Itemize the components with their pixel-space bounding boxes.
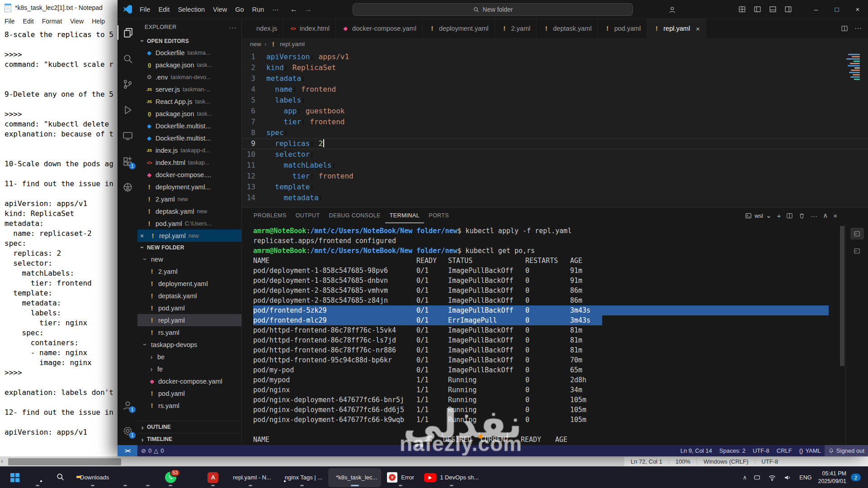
kill-terminal-icon[interactable] [798,212,805,219]
activity-extensions[interactable]: 1 [118,151,137,171]
open-editor-item[interactable]: !pod.yamlC:\Users... [137,217,241,230]
open-editor-item[interactable]: {}package.jsontask... [137,59,241,71]
tab-repl-yaml[interactable]: !repl.yaml× [647,19,707,38]
open-editor-item[interactable]: !deptask.yamlnew [137,205,241,217]
taskbar-clock[interactable]: 05:41 PM2025/09/01 [818,470,846,485]
panel-tab-debug-console[interactable]: DEBUG CONSOLE [324,208,385,223]
open-editor-item[interactable]: !deployment.yaml... [137,181,241,193]
menu-selection[interactable]: Selection [174,3,209,16]
notification-count-badge[interactable]: 2 [851,474,861,481]
editor-more-icon[interactable]: ··· [854,24,862,33]
close-panel-icon[interactable]: × [833,212,837,220]
explorer-item-be[interactable]: ›be [137,351,241,363]
open-editor-item[interactable]: JSserver.jstaskman-... [137,83,241,95]
code-line[interactable]: 14 metadata: [242,192,868,203]
open-editor-item[interactable]: ◆Dockerfile.multist... [137,132,241,144]
explorer-item-rs.yaml[interactable]: !rs.yaml [137,326,241,338]
volume-icon[interactable] [782,474,793,482]
explorer-item-2.yaml[interactable]: !2.yaml [137,265,241,277]
taskbar-whatsapp-button[interactable]: 53 [160,468,181,487]
menu-edit[interactable]: Edit [154,3,174,16]
eol-sequence[interactable]: CRLF [773,445,796,456]
breadcrumb[interactable]: new › ! repl.yaml [242,38,868,50]
notepad-hscrollbar[interactable]: ‹ [0,457,624,467]
explorer-item-pod.yaml[interactable]: !pod.yaml [137,387,241,399]
taskbar-acrobat-button[interactable]: A [203,468,223,487]
remote-wsl-indicator[interactable]: >< [118,445,137,456]
activity-source-control[interactable] [118,74,137,94]
tab-pod-yaml[interactable]: !pod.yaml [598,19,647,38]
indentation[interactable]: Spaces: 2 [716,445,749,456]
menu-go[interactable]: Go [231,3,248,16]
breadcrumb-folder[interactable]: new [250,41,261,47]
split-terminal-icon[interactable] [786,212,793,219]
explorer-item-pod.yaml[interactable]: !pod.yaml [137,302,241,314]
terminal-instance-icon[interactable] [850,228,864,239]
open-editor-item[interactable]: ◆Dockerfiletaskma... [137,47,241,59]
terminal-scrollbar[interactable] [840,226,844,366]
panel-tab-problems[interactable]: PROBLEMS [249,208,291,223]
code-line[interactable]: 13 template: [242,182,868,192]
open-editor-item[interactable]: !2.yamlnew [137,193,241,205]
explorer-item-rs.yaml[interactable]: !rs.yaml [137,399,241,412]
code-editor[interactable]: 1apiVersion: apps/v12kind: ReplicaSet3me… [242,50,868,207]
close-icon[interactable]: × [140,232,146,239]
tab-2-yaml[interactable]: !2.yaml [495,19,537,38]
explorer-item-new[interactable]: ›new [137,253,241,265]
forward-icon[interactable]: → [304,5,312,14]
open-editor-item[interactable]: ◆Dockerfile.multist... [137,120,241,132]
code-line[interactable]: 4 name: frontend [242,84,868,95]
code-line[interactable]: 6 app: guestbook [242,106,868,117]
chevron-down-icon[interactable]: ⌄ [766,211,772,220]
account-status[interactable]: Signed out [825,445,868,456]
explorer-item-taskapp-devops[interactable]: ›taskapp-devops [137,338,241,351]
code-line[interactable]: 12 tier: frontend [242,171,868,182]
command-center-search[interactable]: New folder [353,3,633,16]
encoding[interactable]: UTF-8 [749,445,773,456]
timeline-section[interactable]: › TIMELINE [137,433,241,445]
open-editor-item[interactable]: ⚙.envtaskman-devo... [137,71,241,83]
wifi-icon[interactable] [767,474,778,482]
toggle-secondary-sidebar-icon[interactable] [780,3,796,16]
language-mode[interactable]: {} YAML [796,445,825,456]
tab-ndex-js[interactable]: ndex.js [242,19,283,38]
menu-more[interactable]: ··· [268,3,283,16]
tab-deployment-yaml[interactable]: !deployment.yaml [423,19,495,38]
new-terminal-icon[interactable]: + [777,212,781,220]
terminal-profile[interactable]: wsl ⌄ [745,211,771,220]
outline-section[interactable]: › OUTLINE [137,421,241,433]
explorer-more-icon[interactable]: ··· [229,23,237,31]
activity-remote-explorer[interactable] [118,126,137,145]
activity-explorer[interactable] [118,23,137,42]
notepad-menu-help[interactable]: Help [92,18,105,25]
open-editor-item[interactable]: JSReact App.jstask... [137,95,241,108]
taskbar-explorer-folder-window[interactable]: Downloads [72,468,113,487]
panel-tab-terminal[interactable]: TERMINAL [385,208,424,223]
explorer-item-deptask.yaml[interactable]: !deptask.yaml [137,290,241,302]
minimap[interactable] [836,54,860,80]
problems-indicator[interactable]: ⊘ 0 △ 0 [137,445,167,456]
code-line[interactable]: 1apiVersion: apps/v1 [242,52,868,62]
terminal-instance-icon[interactable] [850,245,864,257]
taskbar-vscode-window[interactable]: repl.yaml - N... [225,468,275,487]
explorer-item-docker-compose.yaml[interactable]: ◆docker-compose.yaml [137,375,241,387]
open-editor-item[interactable]: ×!repl.yamlnew [137,230,241,242]
breadcrumb-file[interactable]: repl.yaml [280,41,305,47]
taskbar-edge-button[interactable] [115,468,136,487]
hidden-icons-chevron[interactable]: ∧ [743,474,747,481]
device-icon[interactable] [751,474,762,481]
tab-docker-compose-yaml[interactable]: ◆docker-compose.yaml [336,19,423,38]
code-line[interactable]: 3metadata: [242,73,868,84]
taskbar-start-button[interactable] [5,468,25,487]
tab-index-html[interactable]: <>index.html [283,19,336,38]
tab-deptask-yaml[interactable]: !deptask.yaml [537,19,598,38]
explorer-item-deployment.yaml[interactable]: !deployment.yaml [137,277,241,290]
code-line[interactable]: 7 tier: frontend [242,117,868,127]
activity-settings[interactable]: 1 [118,421,137,441]
minimize-icon[interactable]: – [806,0,826,19]
cursor-position[interactable]: Ln 9, Col 14 [677,445,716,456]
close-icon[interactable]: × [696,25,700,33]
close-icon[interactable]: × [847,0,868,19]
menu-run[interactable]: Run [248,3,269,16]
vscode-titlebar[interactable]: FileEditSelectionViewGoRun ··· ← → New f… [118,0,868,19]
